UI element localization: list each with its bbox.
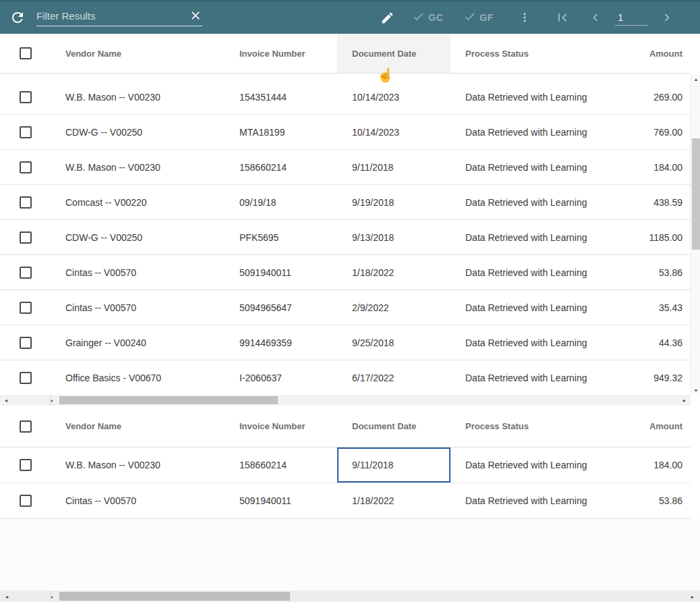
vendor-cell[interactable]: W.B. Mason -- V00230 <box>51 162 225 173</box>
column-header-vendor[interactable]: Vendor Name <box>51 49 225 59</box>
amount-cell[interactable]: 1185.00 <box>592 232 691 243</box>
checkbox-icon[interactable] <box>20 420 32 433</box>
checkbox-icon[interactable] <box>20 47 32 59</box>
scroll-down-icon[interactable]: ▼ <box>691 385 700 395</box>
grid2-horizontal-scrollbar[interactable]: ◄ ► ► <box>0 591 700 602</box>
checkbox-icon[interactable] <box>20 372 32 384</box>
next-page-button[interactable] <box>660 10 674 25</box>
edit-button[interactable] <box>380 11 395 25</box>
clear-filter-button[interactable] <box>189 9 202 22</box>
invoice-cell[interactable]: PFK5695 <box>225 232 337 243</box>
vendor-cell[interactable]: Grainger -- V00240 <box>51 337 225 348</box>
date-cell[interactable]: 9/13/2018 <box>337 232 450 243</box>
column-header-amount[interactable]: Amount <box>592 49 691 59</box>
column-header-date[interactable]: Document Date <box>337 421 450 431</box>
row-checkbox[interactable] <box>0 150 51 184</box>
status-cell[interactable]: Data Retrieved with Learning <box>450 460 592 470</box>
refresh-button[interactable] <box>9 9 26 26</box>
invoice-cell[interactable]: 9914469359 <box>225 337 337 348</box>
vendor-cell[interactable]: CDW-G -- V00250 <box>51 127 225 138</box>
grid1-vertical-scrollbar[interactable]: ▲ ▼ <box>691 74 700 395</box>
gf-button[interactable]: GF <box>463 10 494 25</box>
amount-cell[interactable]: 438.59 <box>592 197 691 208</box>
column-header-amount[interactable]: Amount <box>592 421 691 431</box>
column-header-vendor[interactable]: Vendor Name <box>51 421 225 431</box>
scrollbar-thumb[interactable] <box>59 592 290 601</box>
scrollbar-thumb[interactable] <box>59 396 278 404</box>
scroll-right-icon[interactable]: ► <box>680 395 689 405</box>
vendor-cell[interactable]: Cintas -- V00570 <box>51 302 225 313</box>
checkbox-icon[interactable] <box>20 196 32 209</box>
filter-input[interactable] <box>36 10 189 22</box>
scroll-right-icon[interactable]: ► <box>688 592 697 601</box>
vendor-cell[interactable]: Cintas -- V00570 <box>51 267 225 278</box>
gc-button[interactable]: GC <box>412 10 443 25</box>
date-cell[interactable]: 1/18/2022 <box>337 495 450 506</box>
row-checkbox[interactable] <box>0 325 51 360</box>
status-cell[interactable]: Data Retrieved with Learning <box>450 373 592 383</box>
status-cell[interactable]: Data Retrieved with Learning <box>450 337 592 348</box>
row-checkbox[interactable] <box>0 185 51 219</box>
row-checkbox[interactable] <box>0 80 51 114</box>
invoice-cell[interactable]: 5094965647 <box>225 302 337 313</box>
checkbox-icon[interactable] <box>20 302 32 314</box>
grid1-horizontal-scrollbar[interactable]: ◄ ► ► <box>0 395 691 406</box>
row-checkbox[interactable] <box>0 483 51 518</box>
scroll-up-icon[interactable]: ▲ <box>691 74 700 84</box>
checkbox-icon[interactable] <box>20 231 32 244</box>
checkbox-icon[interactable] <box>20 267 32 279</box>
column-header-invoice[interactable]: Invoice Number <box>225 421 337 431</box>
invoice-cell[interactable]: 158660214 <box>225 460 337 470</box>
scroll-right-icon[interactable]: ► <box>47 592 57 601</box>
amount-cell[interactable]: 53.86 <box>592 267 691 278</box>
column-header-status[interactable]: Process Status <box>450 49 592 59</box>
amount-cell[interactable]: 44.36 <box>592 337 691 348</box>
date-cell[interactable]: 9/25/2018 <box>337 337 450 348</box>
vendor-cell[interactable]: W.B. Mason -- V00230 <box>51 460 225 470</box>
more-options-button[interactable] <box>518 11 531 24</box>
status-cell[interactable]: Data Retrieved with Learning <box>450 92 592 103</box>
amount-cell[interactable]: 769.00 <box>592 127 691 138</box>
column-header-date[interactable]: Document Date <box>337 34 450 73</box>
status-cell[interactable]: Data Retrieved with Learning <box>450 197 592 208</box>
amount-cell[interactable]: 53.86 <box>592 495 691 506</box>
date-cell[interactable]: 9/11/2018 <box>337 162 450 173</box>
checkbox-icon[interactable] <box>20 91 32 103</box>
column-header-status[interactable]: Process Status <box>450 421 592 431</box>
first-page-button[interactable] <box>554 9 571 26</box>
vendor-cell[interactable]: CDW-G -- V00250 <box>51 232 225 243</box>
invoice-cell[interactable]: 09/19/18 <box>225 197 337 208</box>
status-cell[interactable]: Data Retrieved with Learning <box>450 302 592 313</box>
invoice-cell[interactable]: 5091940011 <box>225 267 337 278</box>
vendor-cell[interactable]: Office Basics - V00670 <box>51 373 225 383</box>
prev-page-button[interactable] <box>588 10 603 25</box>
row-checkbox[interactable] <box>0 220 51 254</box>
scrollbar-thumb[interactable] <box>692 138 700 250</box>
row-checkbox[interactable] <box>0 447 51 483</box>
invoice-cell[interactable]: 158660214 <box>225 162 337 173</box>
page-number-input[interactable] <box>615 10 647 26</box>
status-cell[interactable]: Data Retrieved with Learning <box>450 232 592 243</box>
date-cell[interactable]: 6/17/2022 <box>337 373 450 383</box>
amount-cell[interactable]: 35.43 <box>592 302 691 313</box>
invoice-cell[interactable]: I-2060637 <box>225 373 337 383</box>
vendor-cell[interactable]: Comcast -- V00220 <box>51 197 225 208</box>
date-cell-selected[interactable]: 9/11/2018 <box>337 447 450 483</box>
column-header-invoice[interactable]: Invoice Number <box>225 49 337 59</box>
date-cell[interactable]: 10/14/2023 <box>337 127 450 138</box>
date-cell[interactable]: 10/14/2023 <box>337 92 450 103</box>
scroll-left-icon[interactable]: ◄ <box>2 592 11 601</box>
date-cell[interactable]: 1/18/2022 <box>337 267 450 278</box>
status-cell[interactable]: Data Retrieved with Learning <box>450 162 592 173</box>
row-checkbox[interactable] <box>0 255 51 290</box>
vendor-cell[interactable]: W.B. Mason -- V00230 <box>51 92 225 103</box>
checkbox-icon[interactable] <box>20 495 32 507</box>
invoice-cell[interactable]: 5091940011 <box>225 495 337 506</box>
vendor-cell[interactable]: Cintas -- V00570 <box>51 495 225 506</box>
amount-cell[interactable]: 184.00 <box>592 460 691 470</box>
date-cell[interactable]: 9/19/2018 <box>337 197 450 208</box>
row-checkbox[interactable] <box>0 115 51 149</box>
scroll-left-icon[interactable]: ◄ <box>1 395 11 405</box>
select-all-checkbox[interactable] <box>0 34 51 73</box>
date-cell[interactable]: 2/9/2022 <box>337 302 450 313</box>
